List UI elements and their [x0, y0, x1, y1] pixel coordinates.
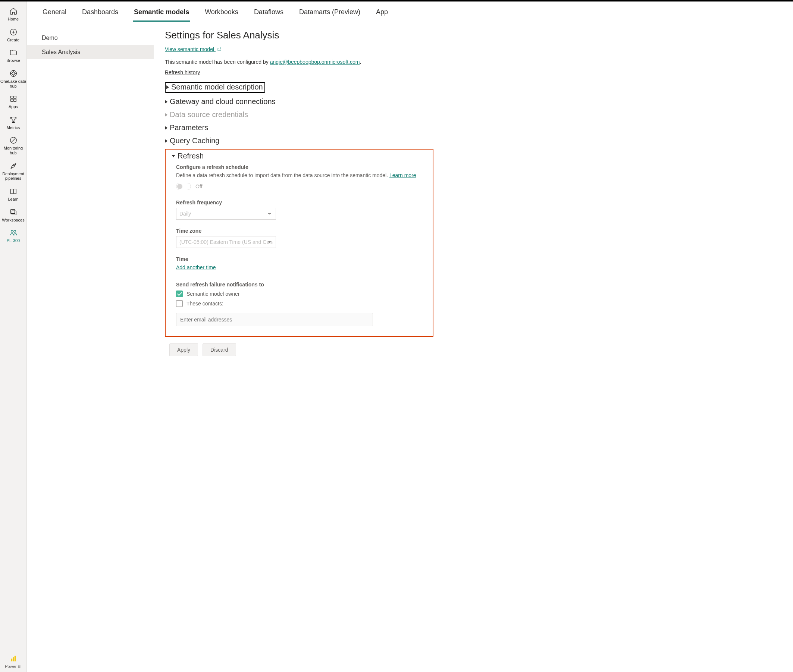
semantic-model-list: Demo Sales Analysis — [27, 22, 154, 672]
section-semantic-model-description[interactable]: Semantic model description — [165, 82, 265, 93]
rail-onelake[interactable]: OneLake data hub — [0, 66, 27, 91]
rail-workspaces[interactable]: Workspaces — [0, 205, 27, 226]
external-link-icon — [217, 47, 221, 51]
section-parameters[interactable]: Parameters — [165, 123, 433, 132]
learn-more-link[interactable]: Learn more — [389, 172, 416, 178]
section-title: Query Caching — [170, 136, 219, 145]
settings-tabs: General Dashboards Semantic models Workb… — [27, 2, 793, 22]
section-query-caching[interactable]: Query Caching — [165, 136, 433, 145]
chevron-right-icon — [165, 139, 167, 143]
configured-by-email-link[interactable]: angie@beepboopbop.onmicrosoft.com — [270, 59, 360, 65]
people-icon — [9, 228, 18, 237]
notify-owner-checkbox[interactable] — [176, 291, 183, 297]
rail-powerbi[interactable]: Power BI — [0, 651, 27, 672]
svg-rect-5 — [10, 99, 13, 101]
rail-create[interactable]: Create — [0, 25, 27, 45]
notify-contacts-label: These contacts: — [186, 301, 223, 307]
rail-active-workspace[interactable]: PL-300 — [0, 225, 27, 246]
view-semantic-model-link[interactable]: View semantic model — [165, 46, 221, 52]
rail-label: Browse — [6, 58, 20, 63]
home-icon — [9, 7, 18, 16]
monitor-icon — [9, 136, 18, 145]
refresh-history-link[interactable]: Refresh history — [165, 69, 200, 75]
tab-app[interactable]: App — [375, 2, 389, 22]
time-label: Time — [176, 256, 428, 262]
tab-workbooks[interactable]: Workbooks — [204, 2, 239, 22]
rail-learn[interactable]: Learn — [0, 184, 27, 205]
list-item-demo[interactable]: Demo — [27, 31, 154, 45]
page-title: Settings for Sales Analysis — [165, 29, 433, 41]
rail-metrics[interactable]: Metrics — [0, 112, 27, 133]
link-label: View semantic model — [165, 46, 214, 52]
tab-general[interactable]: General — [42, 2, 67, 22]
list-item-sales-analysis[interactable]: Sales Analysis — [27, 45, 154, 59]
configure-schedule-title: Configure a refresh schedule — [176, 164, 428, 170]
chevron-down-icon — [171, 155, 175, 157]
notify-owner-label: Semantic model owner — [186, 291, 239, 297]
chevron-right-icon — [167, 85, 169, 89]
svg-rect-4 — [13, 96, 16, 98]
section-title: Data source credentials — [170, 110, 248, 119]
notify-contacts-checkbox[interactable] — [176, 300, 183, 307]
svg-point-12 — [13, 230, 15, 233]
svg-point-11 — [11, 230, 13, 233]
contacts-input[interactable] — [176, 313, 373, 326]
rail-label: Metrics — [7, 125, 20, 130]
rail-label: OneLake data hub — [0, 79, 27, 88]
apps-icon — [9, 94, 18, 103]
left-nav-rail: Home Create Browse OneLake data hub Apps… — [0, 2, 27, 672]
rail-label: Create — [7, 38, 19, 43]
configured-by-text: This semantic model has been configured … — [165, 59, 433, 65]
rail-browse[interactable]: Browse — [0, 45, 27, 66]
configured-prefix: This semantic model has been configured … — [165, 59, 270, 65]
toggle-thumb — [177, 184, 183, 189]
rail-deployment[interactable]: Deployment pipelines — [0, 158, 27, 184]
tab-semantic-models[interactable]: Semantic models — [133, 2, 190, 22]
svg-rect-13 — [11, 659, 12, 661]
rail-monitoring[interactable]: Monitoring hub — [0, 133, 27, 158]
refresh-section-highlight: Refresh Configure a refresh schedule Def… — [165, 149, 433, 337]
toggle-state-label: Off — [195, 184, 202, 189]
section-title: Gateway and cloud connections — [170, 97, 276, 106]
frequency-label: Refresh frequency — [176, 200, 428, 205]
schedule-toggle[interactable] — [176, 183, 191, 190]
discard-button[interactable]: Discard — [203, 344, 236, 356]
rail-label: PL-300 — [7, 238, 20, 243]
section-data-source-credentials[interactable]: Data source credentials — [165, 110, 433, 119]
frequency-select[interactable]: Daily — [176, 208, 276, 220]
chevron-right-icon — [165, 100, 167, 104]
tab-datamarts[interactable]: Datamarts (Preview) — [298, 2, 361, 22]
svg-rect-15 — [14, 656, 16, 662]
configured-suffix: . — [360, 59, 361, 65]
data-hub-icon — [9, 69, 18, 78]
rail-home[interactable]: Home — [0, 4, 27, 25]
apply-button[interactable]: Apply — [169, 344, 198, 356]
svg-rect-10 — [12, 211, 16, 215]
desc-text: Define a data refresh schedule to import… — [176, 172, 389, 178]
main-area: General Dashboards Semantic models Workb… — [27, 2, 793, 672]
section-refresh[interactable]: Refresh — [171, 152, 428, 160]
rail-label: Workspaces — [2, 218, 24, 222]
timezone-label: Time zone — [176, 228, 428, 234]
section-title: Refresh — [178, 152, 203, 160]
svg-rect-9 — [10, 209, 14, 213]
rail-apps[interactable]: Apps — [0, 91, 27, 112]
tab-dashboards[interactable]: Dashboards — [81, 2, 119, 22]
section-gateway-connections[interactable]: Gateway and cloud connections — [165, 97, 433, 106]
rail-label: Apps — [9, 104, 18, 109]
add-another-time-link[interactable]: Add another time — [176, 264, 216, 270]
rocket-icon — [9, 162, 18, 170]
configure-schedule-desc: Define a data refresh schedule to import… — [176, 172, 428, 178]
tab-dataflows[interactable]: Dataflows — [253, 2, 284, 22]
plus-circle-icon — [9, 27, 18, 37]
rail-label: Power BI — [5, 664, 22, 669]
workspaces-icon — [9, 208, 18, 217]
chevron-right-icon — [165, 113, 167, 117]
timezone-select[interactable]: (UTC-05:00) Eastern Time (US and Canada) — [176, 236, 276, 248]
section-title: Parameters — [170, 123, 208, 132]
powerbi-icon — [9, 654, 18, 663]
svg-point-8 — [13, 165, 14, 166]
rail-label: Deployment pipelines — [0, 171, 27, 181]
rail-label: Monitoring hub — [0, 146, 27, 155]
chevron-right-icon — [165, 126, 167, 130]
